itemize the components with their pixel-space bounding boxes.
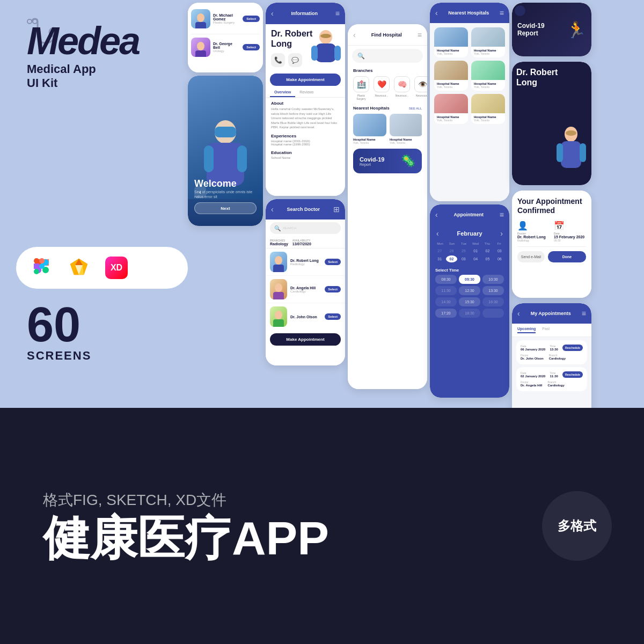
svg-rect-24 — [195, 50, 206, 57]
appointment-confirmed-card: Your Appointment Confirmed 👤 Doctor Dr. … — [512, 191, 591, 298]
calendar-dates: 27 28 29 01 02 03 31 02 03 04 05 06 — [430, 247, 509, 262]
branch-neuro[interactable]: 🧠 Neurosur... — [394, 76, 410, 100]
make-appt-btn-5[interactable]: Make Appointment — [270, 333, 341, 346]
search-doctor-header: ‹ Search Doctor ⊞ — [266, 199, 345, 219]
phone-col-4: ‹ Nearest Hospitals ≡ Hospital NameYork,… — [430, 3, 509, 398]
my-appointments-header: ‹ My Appointments ≡ — [512, 303, 591, 324]
search-input-5[interactable]: 🔍 SEARCH — [270, 222, 341, 234]
phones-showcase: Dr. Michael Gomez Plastic Surgery Select… — [182, 0, 644, 408]
back-arrow-5[interactable]: ‹ — [271, 205, 274, 214]
svg-point-21 — [197, 13, 204, 22]
dr-overlay-card: Dr. RobertLong — [516, 67, 587, 87]
svg-rect-42 — [561, 141, 581, 168]
hosp-grid-6[interactable]: Hospital NameYork, Toronto — [471, 94, 505, 124]
menu-icon-8[interactable]: ≡ — [582, 309, 586, 318]
multi-format-text: 多格式 — [558, 517, 596, 535]
doctor-info-conf: 👤 Doctor Dr. Robert Long Radiology — [517, 221, 550, 242]
calendar-day-headers: Mon Sun Tue Wed Thu Fri — [430, 242, 509, 245]
xd-icon: XD — [105, 257, 128, 279]
hosp-grid-4[interactable]: Hospital NameYork, Toronto — [471, 61, 505, 91]
search-bar-3[interactable]: 🔍 — [352, 49, 423, 63]
hosp-grid-3[interactable]: Hospital NameYork, Toronto — [434, 61, 468, 91]
next-month[interactable]: › — [500, 229, 503, 238]
covid-banner-3[interactable]: Covid-19 Report 🦠 — [353, 149, 422, 173]
doc-info-5-1: Dr. Robert Long Radiology — [290, 259, 321, 266]
appt-card-2-row2: Doctor Dr. Angela Hill Branch Cardiology — [521, 380, 583, 387]
hosp-grid-2[interactable]: Hospital NameYork, Toronto — [471, 27, 505, 57]
doctor-info-2: Dr. George Bell Urology — [213, 42, 240, 53]
filter-icon-5[interactable]: ⊞ — [333, 205, 340, 214]
phone-icon[interactable]: 📞 — [271, 53, 285, 67]
branch-icons-row: 🏥 Plastic Surgery ❤️ Neurosur... 🧠 Neuro… — [353, 76, 422, 100]
phone-appointment-calendar: ‹ Appointment ≡ ‹ February › Mon Sun T — [430, 204, 509, 398]
bottom-main-text: 健康医疗APP — [43, 515, 329, 562]
mini-phone-doctors: Dr. Michael Gomez Plastic Surgery Select… — [188, 3, 263, 72]
menu-icon-4[interactable]: ≡ — [500, 9, 504, 17]
branches-section: Branches 🏥 Plastic Surgery ❤️ Neurosur..… — [348, 66, 427, 103]
appt-tabs: Upcoming Past — [512, 324, 591, 337]
covid-figure: 🏃 — [566, 20, 586, 39]
select-doc-1[interactable]: Select — [325, 259, 341, 265]
back-arrow-4[interactable]: ‹ — [435, 9, 438, 17]
prev-month[interactable]: ‹ — [436, 229, 439, 238]
select-btn-1[interactable]: Select — [243, 16, 260, 22]
hosp-grid-1[interactable]: Hospital NameYork, Toronto — [434, 27, 468, 57]
doc-avatar-5-1 — [270, 252, 287, 272]
phone-welcome: Welcome Sed ut perspiciatis unde omnis i… — [188, 76, 263, 226]
branch-plastic[interactable]: 🏥 Plastic Surgery — [353, 76, 369, 100]
logo-wrapper: Medea — [27, 21, 139, 60]
hospital-cards-row: Hospital Name York, Toronto Hospital Nam… — [353, 114, 422, 144]
tools-box: XD — [16, 247, 188, 289]
reschedule-btn-2[interactable]: Reschedule — [562, 371, 583, 378]
svg-point-1 — [27, 19, 32, 24]
doctor-list-item-3: Dr. John Olson Select — [266, 303, 345, 330]
calendar-conf-icon: 📅 — [554, 221, 586, 231]
confirmation-actions: Send e-Mail Done — [517, 251, 586, 262]
back-arrow[interactable]: ‹ — [271, 9, 274, 18]
appointment-card-2: Date 02 January 2020 Time 11:30 Reschedu… — [516, 367, 587, 391]
screens-count-area: 60 SCREENS — [27, 301, 91, 363]
menu-icon-3[interactable]: ≡ — [418, 31, 422, 39]
avail-filter: AVAILABILITY 13/07/2020 — [292, 239, 311, 246]
phone-search-doctor: ‹ Search Doctor ⊞ 🔍 SEARCH BRANCHES Radi… — [266, 199, 345, 365]
svg-rect-29 — [237, 145, 247, 172]
svg-rect-28 — [204, 145, 214, 172]
select-doc-2[interactable]: Select — [325, 286, 341, 292]
info-tabs: Overview Reviews — [266, 88, 345, 98]
bottom-format-text: 格式FIG, SKETCH, XD文件 — [43, 490, 226, 510]
doctor-figure-7 — [557, 121, 586, 185]
back-arrow-3[interactable]: ‹ — [353, 31, 356, 39]
svg-point-35 — [275, 256, 282, 265]
branch-cardio[interactable]: ❤️ Neurosur... — [374, 76, 390, 100]
menu-icon[interactable]: ≡ — [335, 9, 340, 18]
select-doc-3[interactable]: Select — [325, 313, 341, 320]
sketch-icon — [69, 257, 89, 279]
reschedule-btn-1[interactable]: Reschedule — [562, 345, 583, 351]
hosp-grid-5[interactable]: Hospital NameYork, Toronto — [434, 94, 468, 124]
back-arrow-8[interactable]: ‹ — [517, 309, 520, 318]
phone-confirmation: Dr. RobertLong — [512, 62, 591, 185]
back-button[interactable]: ‹ — [194, 186, 206, 198]
back-arrow-6[interactable]: ‹ — [435, 210, 438, 219]
education-section: Education School Name — [266, 148, 345, 162]
send-email-btn[interactable]: Send e-Mail — [517, 251, 545, 262]
hospital-card-2[interactable]: Hospital Name York, Toronto — [390, 114, 422, 144]
doc-info-5-3: Dr. John Olson — [290, 315, 321, 319]
doctor-avatar-2 — [191, 38, 210, 57]
svg-rect-38 — [273, 292, 284, 299]
svg-point-34 — [320, 34, 331, 38]
multi-format-badge: 多格式 — [542, 491, 612, 561]
message-icon[interactable]: 💬 — [288, 53, 302, 67]
svg-point-23 — [197, 42, 204, 50]
select-btn-2[interactable]: Select — [243, 44, 260, 50]
done-btn[interactable]: Done — [548, 251, 586, 262]
branch-eye[interactable]: 👁️ Neurosur... — [414, 76, 427, 100]
menu-icon-6[interactable]: ≡ — [500, 210, 504, 219]
make-appointment-btn[interactable]: Make Appointment — [270, 74, 341, 86]
phone-my-appointments: ‹ My Appointments ≡ Upcoming Past Date — [512, 303, 591, 408]
hospital-card-1[interactable]: Hospital Name York, Toronto — [353, 114, 386, 144]
about-section: About Hella narwhal Cosby sweater McSwee… — [266, 98, 345, 131]
svg-rect-26 — [215, 127, 236, 137]
bottom-section: 格式FIG, SKETCH, XD文件 健康医疗APP 多格式 — [0, 408, 644, 644]
next-button[interactable]: Next — [194, 202, 257, 214]
